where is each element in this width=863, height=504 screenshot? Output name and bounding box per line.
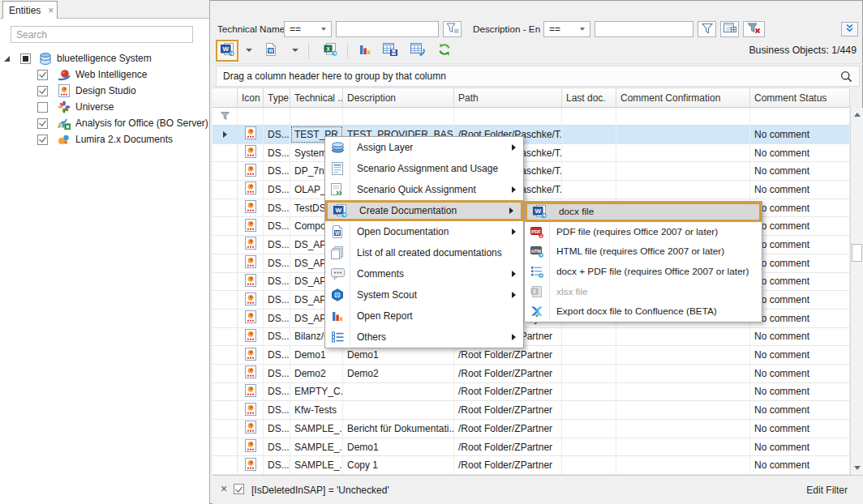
filter-cell[interactable] bbox=[290, 108, 343, 125]
advanced-filter-button[interactable] bbox=[720, 21, 739, 37]
refresh-button[interactable] bbox=[435, 41, 454, 59]
clear-filter-icon bbox=[747, 23, 761, 36]
cell-last-doc bbox=[562, 365, 616, 382]
open-doc-dropdown-caret[interactable] bbox=[292, 49, 298, 52]
tree-item-bluetelligence-system[interactable]: bluetelligence System bbox=[0, 50, 209, 66]
cell-type: DS... bbox=[264, 273, 290, 291]
row-indicator bbox=[213, 401, 238, 419]
table-save-icon bbox=[383, 43, 397, 58]
table-row[interactable]: DS...TEST_PR...TEST_PROVIDER_BASED.../Ro… bbox=[213, 126, 850, 144]
tab-entities[interactable]: Entities × bbox=[2, 1, 58, 19]
tree-item-lumira-2-x-documents[interactable]: Lumira 2.x Documents bbox=[0, 131, 209, 147]
technical-name-filter-input[interactable] bbox=[336, 21, 439, 37]
table-row[interactable]: DS...SAMPLE_...Bericht für Dokumentati..… bbox=[213, 420, 850, 438]
tree-item-universe[interactable]: Universe bbox=[0, 99, 209, 115]
checkbox[interactable] bbox=[20, 53, 31, 64]
description-operator-select[interactable]: == bbox=[543, 21, 590, 37]
menu-item-create-documentation[interactable]: WCreate Documentation bbox=[325, 200, 523, 221]
save-layout-button[interactable] bbox=[380, 41, 401, 59]
table-row[interactable]: DS...Demo1Demo1/Root Folder/ZPartnerNo c… bbox=[213, 346, 850, 365]
cell-type: DS... bbox=[264, 456, 290, 474]
table-row[interactable]: DS...System_.../Root Folder/Paschke/T...… bbox=[213, 144, 850, 163]
scrollbar-thumb[interactable] bbox=[852, 244, 862, 262]
entities-panel: Entities × bluetelligence SystemWeb Inte… bbox=[0, 0, 210, 504]
filter-active-checkbox[interactable] bbox=[234, 484, 244, 494]
restore-layout-button[interactable] bbox=[407, 41, 428, 59]
menu-item-others[interactable]: Others bbox=[325, 327, 523, 348]
filter-cell[interactable] bbox=[264, 108, 290, 125]
submenu-item-pdf-file-requires-office-2007-or-later[interactable]: PDFPDF file (requires Office 2007 or lat… bbox=[525, 222, 762, 242]
open-documentation-button[interactable]: W bbox=[261, 41, 281, 59]
open-report-button[interactable] bbox=[355, 41, 375, 59]
scrollbar-down-button[interactable] bbox=[851, 461, 863, 475]
tree-item-label: Analysis for Office (BO Server) bbox=[75, 117, 208, 129]
tree-item-analysis-for-office-bo-server[interactable]: Analysis for Office (BO Server) bbox=[0, 115, 209, 131]
group-by-panel[interactable]: Drag a column header here to group by th… bbox=[216, 66, 860, 87]
cell-type: DS... bbox=[264, 254, 290, 272]
apply-filter-button[interactable] bbox=[698, 21, 716, 37]
column-header-comment-status[interactable]: Comment Status bbox=[750, 88, 850, 107]
menu-item-scenario-quick-assignment[interactable]: Scenario Quick Assignment bbox=[325, 179, 523, 200]
tree-item-design-studio[interactable]: Design Studio bbox=[0, 83, 209, 99]
table-row[interactable]: DS...Kfw-Tests/Root Folder/ZPartnerNo co… bbox=[213, 401, 850, 420]
close-icon[interactable]: × bbox=[48, 6, 54, 15]
table-row[interactable]: DS...SAMPLE_...Copy 1/Root Folder/ZPartn… bbox=[213, 456, 850, 475]
menu-item-comments[interactable]: Comments bbox=[325, 263, 523, 284]
menu-item-open-report[interactable]: Open Report bbox=[325, 305, 523, 327]
column-header-type[interactable]: Type bbox=[264, 88, 290, 107]
technical-name-filter-button[interactable] bbox=[443, 21, 462, 37]
column-header-description[interactable]: Description bbox=[343, 88, 454, 107]
checkbox[interactable] bbox=[37, 135, 48, 145]
menu-item-list-of-all-created-documentations[interactable]: List of all created documentations bbox=[325, 242, 523, 263]
vertical-scrollbar[interactable] bbox=[850, 108, 863, 475]
filter-cell[interactable] bbox=[616, 108, 750, 125]
docx-dropdown-caret[interactable] bbox=[246, 49, 252, 52]
checkbox[interactable] bbox=[37, 118, 48, 129]
column-header-path[interactable]: Path bbox=[454, 88, 562, 107]
double-chevron-down-icon bbox=[844, 23, 855, 36]
tree-item-web-intelligence[interactable]: Web Intelligence bbox=[0, 66, 209, 83]
table-row[interactable]: DS...DP_7nn.../Root Folder/Paschke/T...N… bbox=[213, 162, 850, 181]
search-icon[interactable] bbox=[840, 70, 852, 83]
table-row[interactable]: DS...Demo2Demo2/Root Folder/ZPartnerNo c… bbox=[213, 365, 850, 383]
create-docx-documentation-button[interactable]: W bbox=[216, 40, 238, 62]
svg-text:X: X bbox=[533, 288, 537, 293]
filter-cell[interactable] bbox=[454, 108, 562, 125]
menu-item-system-scout[interactable]: System Scout bbox=[325, 284, 523, 305]
filter-cell[interactable] bbox=[750, 108, 850, 125]
export-excel-button[interactable]: X bbox=[320, 41, 341, 59]
submenu-item-label: xlsx file bbox=[556, 286, 588, 297]
collapse-filter-panel-button[interactable] bbox=[841, 22, 858, 36]
column-header-technical[interactable]: Technical ... bbox=[290, 88, 343, 107]
table-row[interactable]: DS...Bilanz/G.../Root Folder/ZPartnerNo … bbox=[213, 328, 850, 347]
filter-cell[interactable] bbox=[562, 108, 616, 125]
column-header-last-doc[interactable]: Last doc. bbox=[562, 88, 616, 107]
menu-item-scenario-assignment-and-usage[interactable]: Scenario Assignment and Usage bbox=[325, 158, 523, 179]
table-row[interactable]: DS...SAMPLE_...Demo1/Root Folder/ZPartne… bbox=[213, 438, 850, 457]
clear-filter-button[interactable] bbox=[743, 21, 765, 37]
column-header-comment-confirmation[interactable]: Comment Confirmation bbox=[616, 88, 750, 107]
lumira-icon bbox=[57, 134, 71, 145]
filter-cell[interactable] bbox=[343, 108, 454, 125]
menu-item-assign-layer[interactable]: Assign Layer bbox=[325, 137, 523, 158]
technical-name-operator-select[interactable]: == bbox=[284, 21, 332, 37]
search-input[interactable] bbox=[11, 26, 193, 43]
filter-cell[interactable] bbox=[238, 108, 264, 125]
scrollbar-up-button[interactable] bbox=[851, 108, 863, 122]
checkbox[interactable] bbox=[37, 86, 48, 96]
checkbox[interactable] bbox=[37, 102, 48, 113]
submenu-item-docx-file[interactable]: Wdocx file bbox=[525, 202, 762, 222]
description-filter-input[interactable] bbox=[595, 21, 693, 37]
checkbox[interactable] bbox=[37, 70, 48, 80]
table-row[interactable]: DS...OLAP_C.../Root Folder/Paschke/T...N… bbox=[213, 181, 850, 199]
submenu-item-docx-pdf-file-requires-office-2007-or-later[interactable]: docx + PDF file (requires Office 2007 or… bbox=[525, 262, 762, 282]
close-filter-icon[interactable]: × bbox=[221, 483, 227, 494]
edit-filter-link[interactable]: Edit Filter bbox=[806, 485, 848, 496]
submenu-item-export-docx-file-to-confluence-beta[interactable]: Export docx file to Confluence (BETA) bbox=[525, 301, 762, 322]
column-header-icon[interactable]: Icon bbox=[238, 88, 264, 107]
expand-collapse-icon[interactable] bbox=[4, 56, 10, 62]
cell-technical-name: EMPTY_C... bbox=[290, 383, 343, 401]
menu-item-open-documentation[interactable]: WOpen Documentation bbox=[325, 221, 523, 242]
submenu-item-html-file-requires-office-2007-or-later[interactable]: HTMHTML file (requires Office 2007 or la… bbox=[525, 241, 762, 262]
table-row[interactable]: DS...EMPTY_C.../Root Folder/ZPartnerNo c… bbox=[213, 383, 850, 402]
